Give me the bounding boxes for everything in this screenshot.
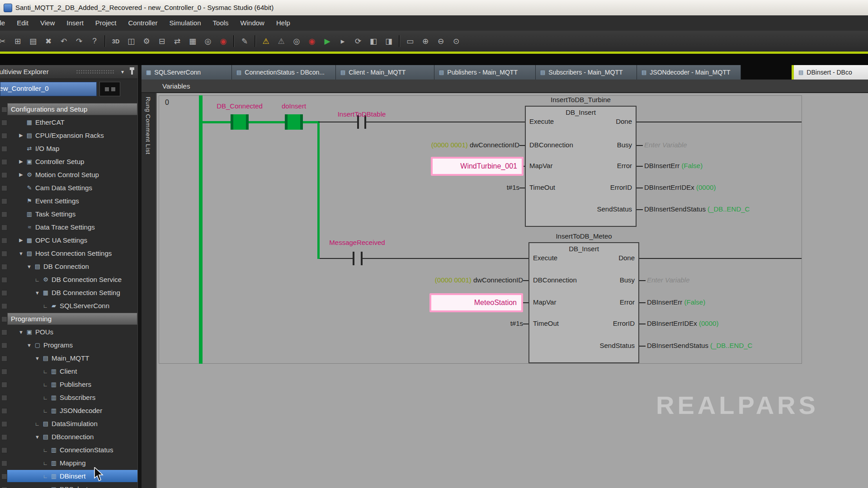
tree-item-host-connection-settings[interactable]: ▼ ▨ Host Connection Settings xyxy=(0,247,137,260)
input-timeout[interactable]: t#1s xyxy=(368,319,523,327)
contact-label[interactable]: MessageReceived xyxy=(329,239,385,246)
cut-icon[interactable]: ✂ xyxy=(0,34,10,48)
fb-instance-name[interactable]: InsertToDB_Turbine xyxy=(525,96,637,103)
help-icon[interactable]: ? xyxy=(87,34,102,48)
tree-item-event-settings[interactable]: ⚑ Event Settings xyxy=(0,194,137,207)
tree-item-programs[interactable]: ▼ ▢ Programs xyxy=(0,338,137,352)
view-3d-icon[interactable]: 3D xyxy=(108,34,123,48)
tab-publishers[interactable]: ▤ Publishers - Main_MQTT xyxy=(434,65,536,80)
tree-item-jsondecoder[interactable]: ∟ ▥ JSONdecoder xyxy=(0,404,137,417)
cross-reference-icon[interactable]: ▦ xyxy=(185,34,200,48)
tree-item-db-connection-service[interactable]: ∟ ⚙ DB Connection Service xyxy=(0,273,137,286)
output-error[interactable]: DBInsertErr (False) xyxy=(644,162,703,169)
variable-table-icon[interactable]: ⊟ xyxy=(154,34,170,48)
tree-item-db-connection[interactable]: ▼ ▤ DB Connection xyxy=(0,260,137,273)
menu-file[interactable]: File xyxy=(0,15,11,31)
select-rect-icon[interactable]: ▭ xyxy=(402,34,418,48)
mapvar-highlight-box[interactable]: MeteoStation xyxy=(429,293,523,312)
tree-item-cpu-expansion-racks[interactable]: ▶ ▤ CPU/Expansion Racks xyxy=(0,129,137,142)
output-error[interactable]: DBInsertErr (False) xyxy=(647,298,705,306)
menu-edit[interactable]: Edit xyxy=(11,15,34,31)
tree-item-io-map[interactable]: ⇄ I/O Map xyxy=(0,142,137,155)
tree-item-task-settings[interactable]: ▥ Task Settings xyxy=(0,207,137,221)
output-busy-placeholder[interactable]: Enter Variable xyxy=(647,276,690,284)
tree-item-controller-setup[interactable]: ▶ ▣ Controller Setup xyxy=(0,155,137,168)
contact-messagereceived[interactable] xyxy=(353,252,354,265)
tab-client[interactable]: ▤ Client - Main_MQTT xyxy=(336,65,434,80)
tree-item-dbinsert[interactable]: ∟ ▥ DBinsert xyxy=(0,469,137,483)
paste-icon[interactable]: ▤ xyxy=(25,34,41,48)
tree-item-dbselect[interactable]: ∟ ▥ DBSelect xyxy=(0,483,137,488)
variables-pane-header[interactable]: Variables xyxy=(142,80,868,93)
output-sendstatus[interactable]: DBInsertSendStatus (_DB..END_C xyxy=(647,342,752,349)
tree-item-motion-control-setup[interactable]: ▶ ⚙ Motion Control Setup xyxy=(0,168,137,181)
delete-icon[interactable]: ✖ xyxy=(41,34,56,48)
contact-label[interactable]: doInsert xyxy=(282,102,306,110)
chevron-down-icon[interactable]: ▾ xyxy=(121,65,124,79)
tree-item-ethercat[interactable]: ▦ EtherCAT xyxy=(0,116,137,129)
redo-icon[interactable]: ↷ xyxy=(71,34,87,48)
run-icon[interactable]: ▶ xyxy=(320,34,335,48)
tab-jsondecoder[interactable]: ▤ JSONdecoder - Main_MQTT xyxy=(637,65,741,80)
menu-window[interactable]: Window xyxy=(235,15,270,31)
fb-instance-name[interactable]: InsertToDB_Meteo xyxy=(528,232,639,240)
tree-item-cam-data-settings[interactable]: ✎ Cam Data Settings xyxy=(0,181,137,194)
ladder-editor[interactable]: Rung Comment List 0 DB_Connected doInser… xyxy=(142,93,868,488)
output-busy-placeholder[interactable]: Enter Variable xyxy=(644,141,687,149)
undo-icon[interactable]: ↶ xyxy=(56,34,71,48)
output-sendstatus[interactable]: DBInsertSendStatus (_DB..END_C xyxy=(644,205,750,213)
output-errorid[interactable]: DBInsertErrIDEx (0000) xyxy=(647,319,718,327)
rung-comment-list-pane[interactable]: Rung Comment List xyxy=(142,93,157,488)
menu-project[interactable]: Project xyxy=(90,15,123,31)
tree-item-connectionstatus[interactable]: ∟ ▥ ConnectionStatus xyxy=(0,443,137,456)
edit-mode-icon[interactable]: ✎ xyxy=(237,34,252,48)
tree-item-db-connection-setting[interactable]: ▼ ▦ DB Connection Setting xyxy=(0,286,137,299)
build-icon[interactable]: ⚙ xyxy=(139,34,154,48)
contact-label[interactable]: InsertToDBtable xyxy=(338,110,386,118)
copy-icon[interactable]: ⊞ xyxy=(10,34,25,48)
watch-icon[interactable]: ◎ xyxy=(289,34,304,48)
menu-view[interactable]: View xyxy=(34,15,61,31)
zoom-out-icon[interactable]: ⊖ xyxy=(433,34,448,48)
zoom-in-icon[interactable]: ⊕ xyxy=(418,34,433,48)
warning-filter-icon[interactable]: ⚠ xyxy=(258,34,274,48)
step-icon[interactable]: ▸ xyxy=(335,34,350,48)
tree-item-publishers[interactable]: ∟ ▥ Publishers xyxy=(0,378,137,391)
menu-insert[interactable]: Insert xyxy=(61,15,90,31)
tree-item-data-trace-settings[interactable]: ≈ Data Trace Settings xyxy=(0,221,137,234)
menu-tools[interactable]: Tools xyxy=(207,15,235,31)
io-map-icon[interactable]: ⇄ xyxy=(170,34,185,48)
tree-section-programming[interactable]: Programming xyxy=(0,312,137,325)
tree-section-configurations[interactable]: Configurations and Setup xyxy=(0,103,137,116)
tree-item-datasimulation[interactable]: ∟ ▤ DataSimulation xyxy=(0,417,137,430)
tab-sqlserverconn[interactable]: ▦ SQLServerConn xyxy=(142,65,232,80)
search-icon[interactable]: ◎ xyxy=(200,34,216,48)
tree-item-subscribers[interactable]: ∟ ▥ Subscribers xyxy=(0,391,137,404)
tab-dbinsert-active[interactable]: ▤ DBinsert - DBco xyxy=(794,65,868,80)
monitor-window-icon[interactable]: ◧ xyxy=(366,34,381,48)
pin-icon[interactable] xyxy=(131,69,133,75)
contact-label[interactable]: DB_Connected xyxy=(217,102,263,110)
monitor-window-2-icon[interactable]: ◨ xyxy=(381,34,396,48)
zoom-fit-icon[interactable]: ⊙ xyxy=(448,34,464,48)
tree-item-dbconnection[interactable]: ▼ ▤ DBconnection xyxy=(0,430,137,443)
sync-icon[interactable]: ⟳ xyxy=(350,34,366,48)
controller-selector[interactable]: new_Controller_0 xyxy=(0,82,97,96)
output-errorid[interactable]: DBInsertErrIDEx (0000) xyxy=(644,183,716,191)
contact-messagereceived[interactable] xyxy=(361,252,363,265)
tree-item-mapping[interactable]: ∟ ▥ Mapping xyxy=(0,456,137,469)
tree-item-client[interactable]: ∟ ▥ Client xyxy=(0,365,137,378)
warning-all-icon[interactable]: ⚠ xyxy=(274,34,289,48)
tree-item-pous[interactable]: ▼ ▣ POUs xyxy=(0,325,137,338)
tab-subscribers[interactable]: ▤ Subscribers - Main_MQTT xyxy=(536,65,637,80)
menu-help[interactable]: Help xyxy=(270,15,296,31)
tree-item-opc-ua-settings[interactable]: ▶ ▩ OPC UA Settings xyxy=(0,234,137,247)
input-timeout[interactable]: t#1s xyxy=(368,183,519,191)
tree-item-sqlserverconn[interactable]: ∟ ▰ SQLServerConn xyxy=(0,299,137,312)
error-list-icon[interactable]: ◉ xyxy=(216,34,231,48)
forced-refresh-icon[interactable]: ◉ xyxy=(304,34,320,48)
mapvar-highlight-box[interactable]: WindTurbine_001 xyxy=(431,157,524,176)
input-dwconnectionid[interactable]: (0000 0001) dwConnectionID xyxy=(368,276,523,284)
contact-doinsert[interactable] xyxy=(285,114,303,130)
window-layout-icon[interactable]: ◫ xyxy=(123,34,139,48)
